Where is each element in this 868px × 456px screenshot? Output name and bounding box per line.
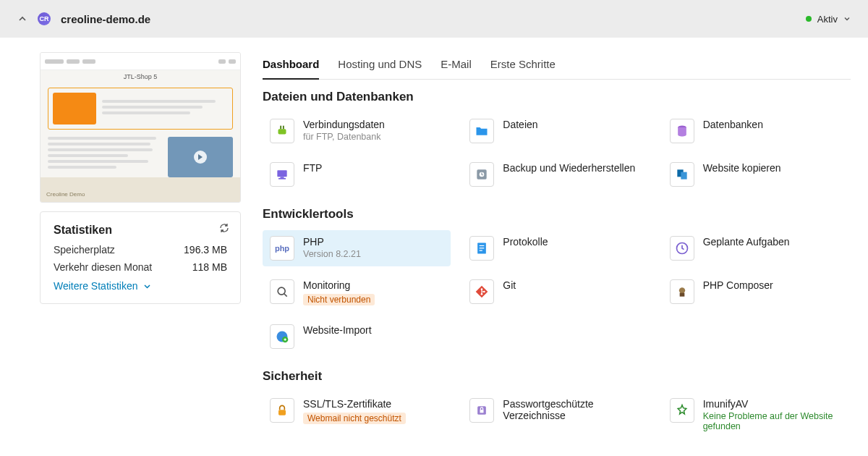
copy-icon: [670, 162, 694, 187]
svg-rect-0: [278, 129, 286, 134]
card-title: ImunifyAV: [703, 398, 843, 410]
tab-bar: DashboardHosting und DNSE-MailErste Schr…: [263, 52, 851, 80]
stat-value: 118 MB: [192, 261, 227, 273]
plug-icon: [270, 119, 294, 143]
section-grid: Verbindungsdatenfür FTP, DatenbankDateie…: [263, 113, 851, 193]
import-icon: [270, 324, 294, 349]
more-stats-link[interactable]: Weitere Statistiken: [54, 280, 227, 292]
tab-hosting-und-dns[interactable]: Hosting und DNS: [338, 52, 422, 79]
card-git[interactable]: Git: [462, 274, 650, 311]
card-title: Website-Import: [303, 324, 372, 336]
card-subtitle: Version 8.2.21: [303, 249, 361, 259]
tab-erste-schritte[interactable]: Erste Schritte: [490, 52, 556, 79]
card-logs[interactable]: Protokolle: [462, 230, 650, 266]
section-title: Entwicklertools: [263, 207, 851, 221]
lock-icon: [270, 398, 294, 423]
monitor-icon: [270, 279, 294, 304]
ftp-icon: [270, 162, 294, 187]
card-title: Protokolle: [503, 236, 548, 248]
card-title: Passwortgeschützte Verzeichnisse: [503, 398, 643, 421]
collapse-chevron-icon[interactable]: [17, 14, 27, 24]
card-title: Datenbanken: [703, 119, 763, 130]
stat-value: 196.3 MB: [184, 244, 227, 256]
status-badge: Nicht verbunden: [303, 294, 375, 305]
composer-icon: [670, 279, 694, 304]
svg-rect-13: [480, 248, 485, 248]
screenshot-caption: Creoline Demo: [46, 191, 85, 198]
section-title: Sicherheit: [263, 369, 851, 384]
main-panel: DashboardHosting und DNSE-MailErste Schr…: [263, 38, 851, 452]
card-imunify[interactable]: ImunifyAVKeine Probleme auf der Website …: [663, 392, 851, 437]
card-php[interactable]: phpPHPVersion 8.2.21: [263, 230, 451, 266]
card-ssl[interactable]: SSL/TLS-ZertifikateWebmail nicht geschüt…: [263, 392, 451, 437]
domain-name: creoline-demo.de: [61, 13, 150, 25]
section-title: Dateien und Datenbanken: [263, 90, 851, 104]
svg-rect-1: [280, 126, 281, 130]
svg-rect-6: [278, 178, 286, 180]
stat-label: Verkehr diesen Monat: [54, 261, 152, 273]
card-title: Dateien: [503, 119, 537, 130]
svg-point-20: [678, 287, 684, 293]
imunify-icon: [670, 398, 694, 423]
card-title: Git: [503, 279, 516, 291]
svg-rect-4: [277, 170, 286, 177]
card-ftp[interactable]: FTP: [263, 156, 451, 193]
sidebar: JTL-Shop 5: [40, 38, 241, 452]
top-bar: CR creoline-demo.de Aktiv: [0, 0, 868, 38]
card-pwdir[interactable]: Passwortgeschützte Verzeichnisse: [462, 392, 650, 437]
card-title: FTP: [303, 162, 322, 174]
svg-rect-2: [283, 126, 284, 130]
stats-card: Statistiken Speicherplatz 196.3 MB Verke…: [40, 211, 241, 304]
card-title: Verbindungsdaten: [303, 119, 385, 130]
card-title: Backup und Wiederherstellen: [503, 162, 635, 174]
card-title: SSL/TLS-Zertifikate: [303, 398, 406, 410]
more-stats-label: Weitere Statistiken: [54, 280, 137, 292]
svg-rect-14: [480, 250, 482, 251]
site-screenshot[interactable]: JTL-Shop 5: [40, 52, 241, 203]
stat-row: Speicherplatz 196.3 MB: [54, 244, 227, 256]
card-title: Website kopieren: [703, 162, 781, 174]
svg-rect-24: [278, 410, 286, 415]
card-import[interactable]: Website-Import: [263, 318, 451, 355]
card-subtitle: für FTP, Datenbank: [303, 132, 385, 142]
card-copy[interactable]: Website kopieren: [663, 156, 851, 193]
status-dropdown[interactable]: Aktiv: [806, 14, 851, 25]
chevron-down-icon: [143, 282, 151, 290]
card-title: Geplante Aufgaben: [703, 236, 790, 248]
stats-title: Statistiken: [54, 224, 227, 237]
card-composer[interactable]: PHP Composer: [663, 274, 851, 311]
tab-e-mail[interactable]: E-Mail: [441, 52, 472, 79]
card-title: PHP: [303, 236, 361, 248]
status-badge: Webmail nicht geschützt: [303, 413, 406, 424]
card-conn[interactable]: Verbindungsdatenfür FTP, Datenbank: [263, 113, 451, 149]
svg-rect-12: [480, 245, 485, 246]
card-files[interactable]: Dateien: [462, 113, 650, 149]
folder-icon: [469, 119, 494, 143]
card-monitoring[interactable]: MonitoringNicht verbunden: [263, 274, 451, 311]
card-db[interactable]: Datenbanken: [663, 113, 851, 149]
stat-row: Verkehr diesen Monat 118 MB: [54, 261, 227, 273]
status-label: Aktiv: [817, 14, 838, 25]
status-dot-icon: [806, 16, 812, 22]
tab-dashboard[interactable]: Dashboard: [263, 52, 319, 79]
site-favicon: CR: [38, 12, 51, 25]
card-title: PHP Composer: [703, 279, 773, 291]
clock-icon: [670, 236, 694, 261]
log-icon: [469, 236, 494, 261]
section-grid: phpPHPVersion 8.2.21ProtokolleGeplante A…: [263, 230, 851, 355]
svg-rect-26: [480, 410, 484, 413]
php-icon: php: [270, 236, 294, 261]
card-backup[interactable]: Backup und Wiederherstellen: [462, 156, 650, 193]
refresh-icon[interactable]: [218, 222, 230, 236]
svg-rect-21: [679, 293, 684, 297]
card-title: Monitoring: [303, 279, 375, 291]
svg-rect-10: [681, 172, 686, 180]
card-cron[interactable]: Geplante Aufgaben: [663, 230, 851, 266]
shield-icon: [469, 398, 494, 423]
svg-rect-5: [281, 177, 284, 178]
chevron-down-icon: [843, 15, 851, 22]
git-icon: [469, 279, 494, 304]
stat-label: Speicherplatz: [54, 244, 115, 256]
card-status-ok: Keine Probleme auf der Website gefunden: [703, 411, 843, 431]
database-icon: [670, 119, 694, 143]
